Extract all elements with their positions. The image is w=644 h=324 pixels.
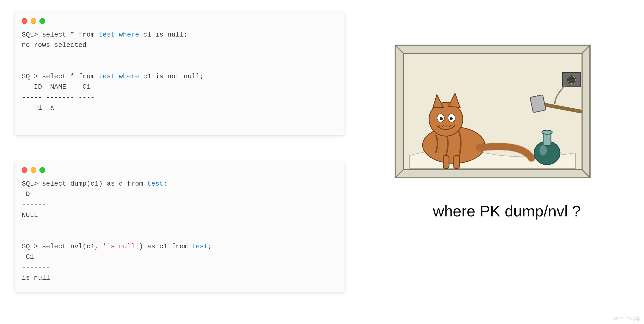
close-icon (22, 167, 27, 173)
window-controls (22, 167, 337, 173)
svg-point-15 (450, 117, 453, 120)
schrodinger-cat-illustration (394, 44, 591, 179)
window-controls (22, 18, 337, 24)
svg-point-18 (571, 79, 572, 81)
svg-point-14 (440, 117, 443, 120)
minimize-icon (31, 167, 36, 173)
code-block-2: SQL> select dump(c1) as d from test; D -… (22, 179, 337, 283)
watermark: ©51CTO博客 (613, 316, 640, 322)
close-icon (22, 18, 27, 24)
svg-rect-8 (454, 156, 459, 168)
zoom-icon (39, 167, 45, 173)
zoom-icon (39, 18, 45, 24)
svg-rect-20 (530, 95, 546, 112)
caption-text: where PK dump/nvl ? (394, 202, 620, 220)
svg-point-23 (542, 130, 552, 134)
code-block-1: SQL> select * from test where c1 is null… (22, 30, 337, 113)
code-card-1: SQL> select * from test where c1 is null… (14, 12, 345, 136)
minimize-icon (31, 18, 36, 24)
svg-rect-7 (443, 156, 449, 168)
svg-point-24 (540, 145, 547, 156)
code-card-2: SQL> select dump(c1) as d from test; D -… (14, 161, 345, 292)
